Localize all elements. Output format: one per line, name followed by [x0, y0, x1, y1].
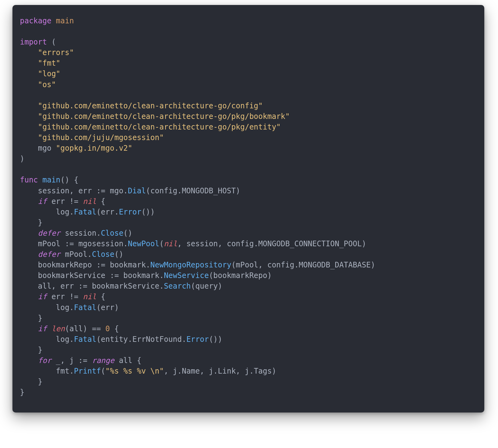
text: log.: [20, 335, 74, 344]
text: mPool.: [60, 250, 92, 259]
number: 0: [106, 324, 110, 333]
kw-import: import: [20, 38, 47, 46]
text: (err): [96, 303, 119, 312]
indent: [20, 80, 38, 89]
text: (): [114, 250, 123, 259]
text: mPool := mgosession.: [20, 239, 128, 248]
import-path: "errors": [38, 48, 74, 57]
nil: nil: [83, 292, 96, 301]
indent: [20, 69, 38, 78]
text: (: [159, 239, 164, 248]
kw-defer: defer: [38, 229, 60, 238]
method: Fatal: [74, 335, 96, 344]
method: Fatal: [74, 208, 96, 216]
space: [38, 176, 42, 184]
text: log.: [20, 303, 74, 312]
text: ()): [209, 335, 222, 344]
text: {: [96, 197, 106, 206]
text: {: [96, 292, 106, 301]
indent: [20, 59, 38, 68]
text: () {: [60, 176, 78, 184]
import-path: "gopkg.in/mgo.v2": [56, 144, 133, 153]
indent: [20, 48, 38, 57]
string: "%s %s %v \n": [106, 367, 164, 375]
kw-for: for: [38, 356, 51, 365]
text: , j.Name, j.Link, j.Tags): [164, 367, 276, 375]
method: NewPool: [128, 239, 159, 248]
brace: }: [20, 388, 24, 397]
text: (all) ==: [65, 324, 106, 333]
brace: }: [20, 377, 42, 386]
len: len: [51, 324, 65, 333]
method: NewMongoRepository: [150, 261, 231, 269]
paren: (: [51, 38, 56, 46]
text: (): [123, 229, 132, 238]
import-path: "github.com/eminetto/clean-architecture-…: [38, 112, 290, 121]
text: (query): [191, 282, 222, 290]
text: err !=: [47, 197, 83, 206]
indent: [20, 250, 38, 259]
indent: [20, 144, 38, 153]
import-alias: mgo: [38, 144, 51, 153]
text: err !=: [47, 292, 83, 301]
brace: }: [20, 218, 42, 227]
space: [51, 17, 56, 25]
text: (: [101, 367, 105, 375]
text: (mPool, config.MONGODB_DATABASE): [231, 261, 375, 269]
text: bookmarkService := bookmark.: [20, 271, 164, 280]
text: [47, 324, 51, 333]
text: (err.: [96, 208, 119, 216]
method: Error: [186, 335, 209, 344]
text: _, j :=: [51, 356, 92, 365]
text: ()): [141, 208, 155, 216]
text: session, err := mgo.: [20, 186, 128, 195]
indent: [20, 324, 38, 333]
import-path: "github.com/eminetto/clean-architecture-…: [38, 101, 263, 110]
method: Dial: [128, 186, 146, 195]
nil: nil: [83, 197, 96, 206]
text: bookmarkRepo := bookmark.: [20, 261, 150, 269]
kw-defer: defer: [38, 250, 60, 259]
text: {: [110, 324, 119, 333]
indent: [20, 112, 38, 121]
package-name: main: [56, 17, 74, 25]
method: NewService: [164, 271, 209, 280]
indent: [20, 292, 38, 301]
text: session.: [60, 229, 101, 238]
text: all {: [114, 356, 141, 365]
import-path: "log": [38, 69, 60, 78]
method: Close: [101, 229, 123, 238]
import-path: "os": [38, 80, 56, 89]
method: Printf: [74, 367, 101, 375]
text: , session, config.MONGODB_CONNECTION_POO…: [177, 239, 366, 248]
indent: [20, 197, 38, 206]
code-block: package main import ( "errors" "fmt" "lo…: [12, 5, 484, 413]
method: Fatal: [74, 303, 96, 312]
import-path: "github.com/juju/mgosession": [38, 133, 164, 142]
indent: [20, 229, 38, 238]
method: Search: [164, 282, 191, 290]
brace: }: [20, 346, 42, 354]
brace: }: [20, 314, 42, 323]
import-path: "fmt": [38, 59, 60, 68]
text: (config.MONGODB_HOST): [146, 186, 240, 195]
kw-range: range: [92, 356, 114, 365]
text: [47, 38, 51, 46]
indent: [20, 133, 38, 142]
indent: [20, 123, 38, 131]
text: all, err := bookmarkService.: [20, 282, 164, 290]
text: (bookmarkRepo): [209, 271, 272, 280]
text: (entity.ErrNotFound.: [96, 335, 186, 344]
paren: ): [20, 154, 24, 163]
indent: [20, 356, 38, 365]
text: log.: [20, 208, 74, 216]
kw-func: func: [20, 176, 38, 184]
kw-if: if: [38, 324, 47, 333]
nil: nil: [164, 239, 177, 248]
func-name: main: [42, 176, 60, 184]
space: [51, 144, 56, 153]
text: fmt.: [20, 367, 74, 375]
kw-if: if: [38, 197, 47, 206]
import-path: "github.com/eminetto/clean-architecture-…: [38, 123, 281, 131]
indent: [20, 101, 38, 110]
